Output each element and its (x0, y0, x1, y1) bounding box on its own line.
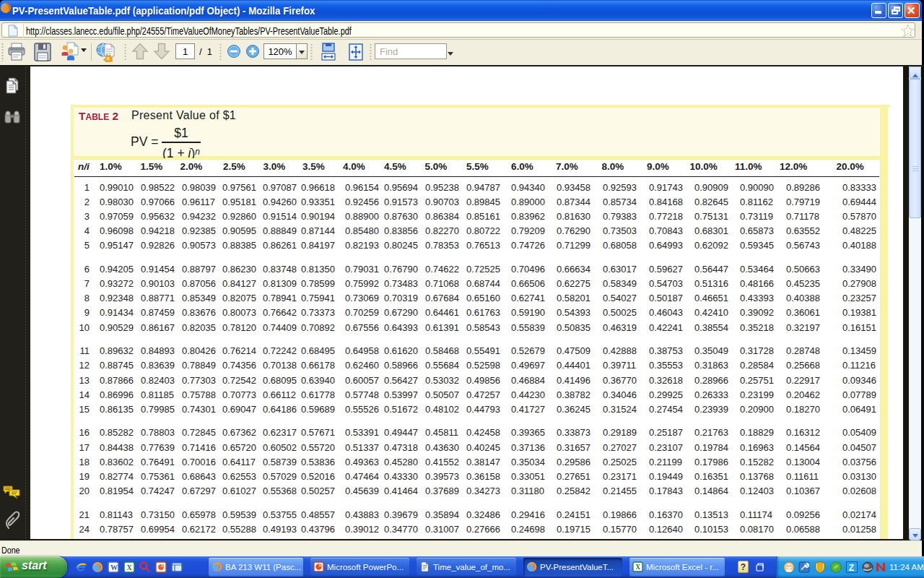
svg-text:X: X (635, 564, 640, 571)
svg-text:Z: Z (849, 563, 854, 573)
svg-text:X: X (127, 564, 133, 571)
svg-text:W: W (110, 564, 118, 571)
